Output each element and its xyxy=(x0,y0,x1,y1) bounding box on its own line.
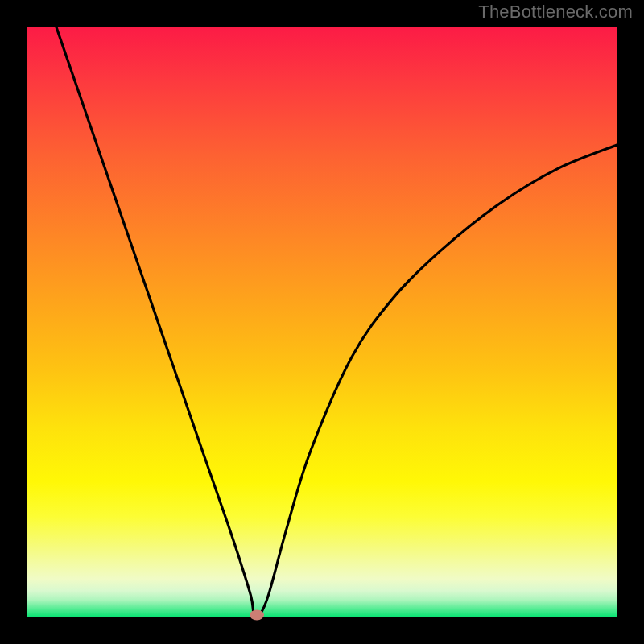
curve-svg xyxy=(27,27,617,617)
chart-frame: TheBottleneck.com xyxy=(0,0,644,644)
plot-area xyxy=(27,27,617,617)
watermark-text: TheBottleneck.com xyxy=(478,2,633,23)
bottleneck-curve xyxy=(56,27,617,617)
optimum-marker xyxy=(250,610,264,621)
